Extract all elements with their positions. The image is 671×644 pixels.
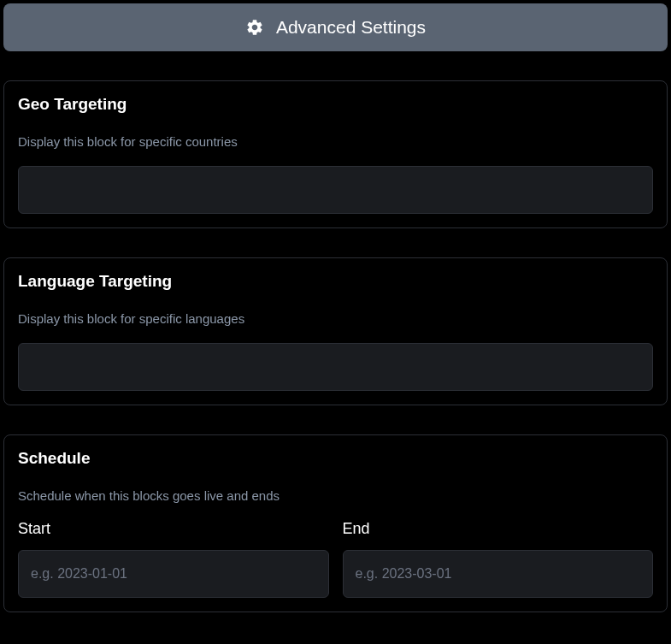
- schedule-end-label: End: [343, 520, 654, 538]
- geo-targeting-section: Geo Targeting Display this block for spe…: [3, 80, 668, 228]
- geo-targeting-description: Display this block for specific countrie…: [18, 134, 653, 149]
- schedule-start-label: Start: [18, 520, 329, 538]
- language-targeting-description: Display this block for specific language…: [18, 311, 653, 326]
- schedule-end-col: End: [343, 520, 654, 598]
- gear-icon: [245, 18, 264, 37]
- header-title: Advanced Settings: [276, 17, 426, 38]
- language-targeting-title: Language Targeting: [18, 272, 653, 291]
- schedule-start-col: Start: [18, 520, 329, 598]
- schedule-description: Schedule when this blocks goes live and …: [18, 488, 653, 503]
- schedule-title: Schedule: [18, 449, 653, 468]
- language-targeting-section: Language Targeting Display this block fo…: [3, 257, 668, 405]
- advanced-settings-header[interactable]: Advanced Settings: [3, 3, 668, 51]
- geo-targeting-input[interactable]: [18, 166, 653, 214]
- schedule-row: Start End: [18, 520, 653, 598]
- schedule-end-input[interactable]: [343, 550, 654, 598]
- schedule-start-input[interactable]: [18, 550, 329, 598]
- schedule-section: Schedule Schedule when this blocks goes …: [3, 434, 668, 612]
- geo-targeting-title: Geo Targeting: [18, 95, 653, 114]
- language-targeting-input[interactable]: [18, 343, 653, 391]
